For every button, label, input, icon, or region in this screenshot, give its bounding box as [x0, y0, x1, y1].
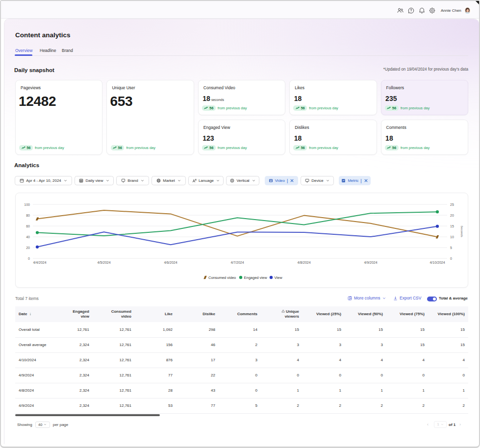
svg-text:4/8/2024: 4/8/2024 — [297, 261, 310, 264]
svg-text:0: 0 — [450, 257, 452, 260]
svg-text:20: 20 — [26, 246, 30, 249]
svg-text:40: 40 — [26, 235, 30, 239]
svg-text:80: 80 — [26, 214, 30, 217]
svg-text:100: 100 — [24, 203, 30, 206]
svg-text:4/6/2024: 4/6/2024 — [164, 261, 177, 264]
svg-text:25: 25 — [450, 203, 454, 206]
svg-text:4/7/2024: 4/7/2024 — [230, 261, 244, 264]
svg-text:View: View — [275, 275, 283, 280]
svg-text:4/4/2024: 4/4/2024 — [33, 261, 46, 264]
svg-text:0: 0 — [28, 257, 30, 260]
svg-text:5: 5 — [450, 246, 452, 249]
svg-text:4/10/2024: 4/10/2024 — [429, 261, 445, 264]
svg-text:10: 10 — [450, 235, 454, 239]
svg-text:4/5/2024: 4/5/2024 — [97, 261, 110, 264]
svg-text:4/9/2024: 4/9/2024 — [364, 261, 377, 264]
svg-text:Consumed video: Consumed video — [208, 275, 236, 280]
svg-text:Seconds: Seconds — [460, 225, 463, 237]
svg-text:15: 15 — [450, 224, 454, 228]
svg-text:20: 20 — [450, 214, 454, 217]
svg-text:Engaged view: Engaged view — [244, 275, 268, 280]
svg-text:60: 60 — [26, 224, 30, 228]
